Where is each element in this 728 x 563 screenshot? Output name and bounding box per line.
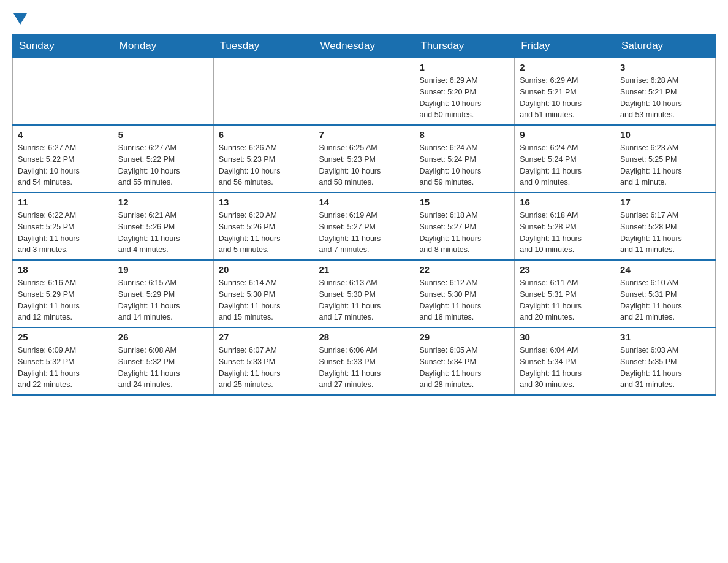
page-header — [12, 12, 716, 25]
column-header-saturday: Saturday — [615, 35, 716, 58]
calendar-cell: 22Sunrise: 6:12 AMSunset: 5:30 PMDayligh… — [414, 260, 515, 327]
calendar-cell: 1Sunrise: 6:29 AMSunset: 5:20 PMDaylight… — [414, 58, 515, 125]
day-number: 3 — [620, 62, 710, 72]
day-number: 4 — [18, 129, 108, 140]
day-number: 30 — [520, 332, 610, 342]
day-info: Sunrise: 6:13 AMSunset: 5:30 PMDaylight:… — [319, 277, 409, 323]
calendar-cell: 15Sunrise: 6:18 AMSunset: 5:27 PMDayligh… — [414, 193, 515, 260]
calendar-cell: 8Sunrise: 6:24 AMSunset: 5:24 PMDaylight… — [414, 125, 515, 193]
day-number: 31 — [620, 332, 710, 342]
day-info: Sunrise: 6:15 AMSunset: 5:29 PMDaylight:… — [118, 277, 208, 323]
day-number: 22 — [419, 264, 509, 275]
day-info: Sunrise: 6:26 AMSunset: 5:23 PMDaylight:… — [219, 142, 309, 188]
calendar-week-row: 11Sunrise: 6:22 AMSunset: 5:25 PMDayligh… — [13, 193, 716, 260]
calendar-week-row: 18Sunrise: 6:16 AMSunset: 5:29 PMDayligh… — [13, 260, 716, 327]
calendar-cell: 3Sunrise: 6:28 AMSunset: 5:21 PMDaylight… — [615, 58, 716, 125]
calendar-cell: 24Sunrise: 6:10 AMSunset: 5:31 PMDayligh… — [615, 260, 716, 327]
day-number: 14 — [319, 197, 409, 207]
calendar-cell: 23Sunrise: 6:11 AMSunset: 5:31 PMDayligh… — [515, 260, 615, 327]
calendar-cell: 27Sunrise: 6:07 AMSunset: 5:33 PMDayligh… — [213, 327, 314, 395]
day-info: Sunrise: 6:18 AMSunset: 5:27 PMDaylight:… — [419, 210, 509, 256]
calendar-cell: 19Sunrise: 6:15 AMSunset: 5:29 PMDayligh… — [113, 260, 213, 327]
calendar-cell: 18Sunrise: 6:16 AMSunset: 5:29 PMDayligh… — [13, 260, 113, 327]
day-number: 13 — [219, 197, 309, 207]
calendar-cell: 13Sunrise: 6:20 AMSunset: 5:26 PMDayligh… — [213, 193, 314, 260]
day-info: Sunrise: 6:18 AMSunset: 5:28 PMDaylight:… — [520, 210, 610, 256]
day-number: 7 — [319, 129, 409, 140]
logo — [12, 12, 27, 25]
calendar-cell — [314, 58, 414, 125]
column-header-tuesday: Tuesday — [213, 35, 314, 58]
calendar-cell: 11Sunrise: 6:22 AMSunset: 5:25 PMDayligh… — [13, 193, 113, 260]
day-info: Sunrise: 6:17 AMSunset: 5:28 PMDaylight:… — [620, 210, 710, 256]
column-header-sunday: Sunday — [13, 35, 113, 58]
calendar-cell: 17Sunrise: 6:17 AMSunset: 5:28 PMDayligh… — [615, 193, 716, 260]
day-info: Sunrise: 6:24 AMSunset: 5:24 PMDaylight:… — [419, 142, 509, 188]
svg-marker-0 — [13, 13, 27, 25]
calendar-cell: 21Sunrise: 6:13 AMSunset: 5:30 PMDayligh… — [314, 260, 414, 327]
day-number: 16 — [520, 197, 610, 207]
calendar-cell: 14Sunrise: 6:19 AMSunset: 5:27 PMDayligh… — [314, 193, 414, 260]
calendar-cell: 31Sunrise: 6:03 AMSunset: 5:35 PMDayligh… — [615, 327, 716, 395]
calendar-cell: 7Sunrise: 6:25 AMSunset: 5:23 PMDaylight… — [314, 125, 414, 193]
day-info: Sunrise: 6:28 AMSunset: 5:21 PMDaylight:… — [620, 75, 710, 121]
day-info: Sunrise: 6:25 AMSunset: 5:23 PMDaylight:… — [319, 142, 409, 188]
calendar-cell — [213, 58, 314, 125]
column-header-monday: Monday — [113, 35, 213, 58]
day-number: 9 — [520, 129, 610, 140]
calendar-cell: 12Sunrise: 6:21 AMSunset: 5:26 PMDayligh… — [113, 193, 213, 260]
day-info: Sunrise: 6:24 AMSunset: 5:24 PMDaylight:… — [520, 142, 610, 188]
day-info: Sunrise: 6:19 AMSunset: 5:27 PMDaylight:… — [319, 210, 409, 256]
day-info: Sunrise: 6:05 AMSunset: 5:34 PMDaylight:… — [419, 345, 509, 391]
calendar-cell — [13, 58, 113, 125]
day-number: 26 — [118, 332, 208, 342]
day-info: Sunrise: 6:11 AMSunset: 5:31 PMDaylight:… — [520, 277, 610, 323]
column-header-wednesday: Wednesday — [314, 35, 414, 58]
calendar-header-row: SundayMondayTuesdayWednesdayThursdayFrid… — [13, 35, 716, 58]
day-info: Sunrise: 6:06 AMSunset: 5:33 PMDaylight:… — [319, 345, 409, 391]
calendar-cell: 2Sunrise: 6:29 AMSunset: 5:21 PMDaylight… — [515, 58, 615, 125]
day-number: 27 — [219, 332, 309, 342]
calendar-table: SundayMondayTuesdayWednesdayThursdayFrid… — [12, 34, 716, 396]
day-number: 23 — [520, 264, 610, 275]
calendar-week-row: 25Sunrise: 6:09 AMSunset: 5:32 PMDayligh… — [13, 327, 716, 395]
day-number: 24 — [620, 264, 710, 275]
day-number: 19 — [118, 264, 208, 275]
calendar-week-row: 1Sunrise: 6:29 AMSunset: 5:20 PMDaylight… — [13, 58, 716, 125]
day-info: Sunrise: 6:27 AMSunset: 5:22 PMDaylight:… — [18, 142, 108, 188]
calendar-cell: 10Sunrise: 6:23 AMSunset: 5:25 PMDayligh… — [615, 125, 716, 193]
day-number: 5 — [118, 129, 208, 140]
day-info: Sunrise: 6:03 AMSunset: 5:35 PMDaylight:… — [620, 345, 710, 391]
day-info: Sunrise: 6:20 AMSunset: 5:26 PMDaylight:… — [219, 210, 309, 256]
day-info: Sunrise: 6:23 AMSunset: 5:25 PMDaylight:… — [620, 142, 710, 188]
day-info: Sunrise: 6:16 AMSunset: 5:29 PMDaylight:… — [18, 277, 108, 323]
day-number: 1 — [419, 62, 509, 72]
day-number: 12 — [118, 197, 208, 207]
day-info: Sunrise: 6:07 AMSunset: 5:33 PMDaylight:… — [219, 345, 309, 391]
day-number: 21 — [319, 264, 409, 275]
day-info: Sunrise: 6:08 AMSunset: 5:32 PMDaylight:… — [118, 345, 208, 391]
day-info: Sunrise: 6:22 AMSunset: 5:25 PMDaylight:… — [18, 210, 108, 256]
day-number: 15 — [419, 197, 509, 207]
day-info: Sunrise: 6:09 AMSunset: 5:32 PMDaylight:… — [18, 345, 108, 391]
calendar-cell: 16Sunrise: 6:18 AMSunset: 5:28 PMDayligh… — [515, 193, 615, 260]
calendar-cell: 20Sunrise: 6:14 AMSunset: 5:30 PMDayligh… — [213, 260, 314, 327]
day-number: 6 — [219, 129, 309, 140]
calendar-cell: 9Sunrise: 6:24 AMSunset: 5:24 PMDaylight… — [515, 125, 615, 193]
day-number: 17 — [620, 197, 710, 207]
day-info: Sunrise: 6:29 AMSunset: 5:20 PMDaylight:… — [419, 75, 509, 121]
day-info: Sunrise: 6:10 AMSunset: 5:31 PMDaylight:… — [620, 277, 710, 323]
calendar-cell: 6Sunrise: 6:26 AMSunset: 5:23 PMDaylight… — [213, 125, 314, 193]
calendar-cell: 28Sunrise: 6:06 AMSunset: 5:33 PMDayligh… — [314, 327, 414, 395]
day-info: Sunrise: 6:29 AMSunset: 5:21 PMDaylight:… — [520, 75, 610, 121]
calendar-cell: 4Sunrise: 6:27 AMSunset: 5:22 PMDaylight… — [13, 125, 113, 193]
calendar-cell: 29Sunrise: 6:05 AMSunset: 5:34 PMDayligh… — [414, 327, 515, 395]
calendar-cell: 26Sunrise: 6:08 AMSunset: 5:32 PMDayligh… — [113, 327, 213, 395]
day-number: 10 — [620, 129, 710, 140]
calendar-cell — [113, 58, 213, 125]
column-header-thursday: Thursday — [414, 35, 515, 58]
day-number: 18 — [18, 264, 108, 275]
day-number: 8 — [419, 129, 509, 140]
day-number: 2 — [520, 62, 610, 72]
day-number: 11 — [18, 197, 108, 207]
